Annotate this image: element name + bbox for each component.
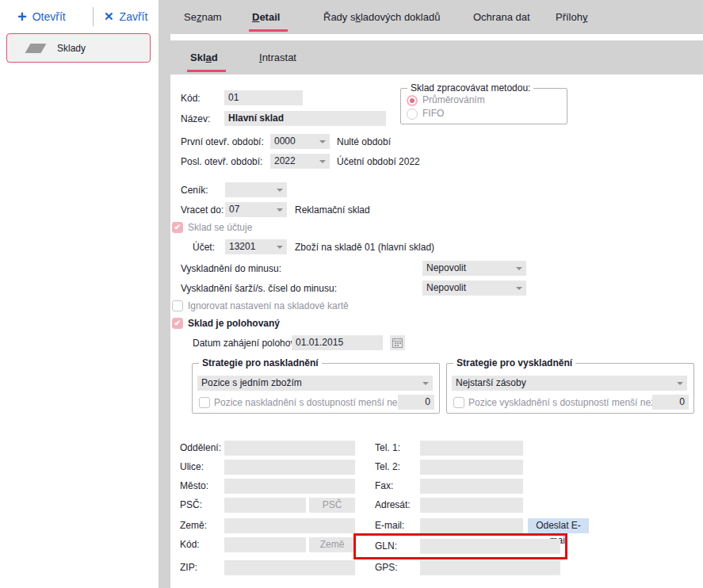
sub-tab-bar: Sklad Intrastat xyxy=(170,40,703,74)
tab-prilohy[interactable]: Přílohy xyxy=(556,0,587,34)
naskladneni-dostupnost-value: 0 xyxy=(398,395,434,410)
warehouse-icon xyxy=(25,44,47,53)
ucet-desc: Zboží na skladě 01 (hlavní sklad) xyxy=(295,240,434,255)
naskladneni-dostupnost-checkbox: ✔ xyxy=(199,397,210,408)
radio-fifo-label: FIFO xyxy=(422,106,444,121)
zeme-field[interactable] xyxy=(224,518,355,533)
tab-intrastat[interactable]: Intrastat xyxy=(259,40,296,74)
tab-ochrana-dat[interactable]: Ochrana dat xyxy=(473,0,530,34)
calendar-icon xyxy=(392,338,403,348)
adresat-label: Adresát: xyxy=(375,498,411,513)
tab-rady-skladovych-dokladu[interactable]: Řady skladových dokladů xyxy=(323,0,440,34)
tab-sklad[interactable]: Sklad xyxy=(190,40,218,74)
close-button[interactable]: ✕ Zavřít xyxy=(104,7,147,26)
prvni-obdobi-dropdown[interactable]: 0000 xyxy=(270,134,330,149)
chevron-down-icon xyxy=(277,189,283,192)
vyskladneni-strategy-title: Strategie pro vyskladnění xyxy=(453,357,575,368)
kod2-label: Kód: xyxy=(180,537,200,552)
vyskladneni-dostupnost-value: 0 xyxy=(652,395,689,410)
naskladneni-dostupnost-label: Pozice naskladnění s dostupností menší n… xyxy=(214,395,402,410)
posl-obdobi-dropdown[interactable]: 2022 xyxy=(270,154,330,169)
vyskladneni-sarzi-dropdown: Nepovolit xyxy=(422,281,526,296)
sklad-se-uctuje-checkbox: ✔ xyxy=(172,222,183,233)
chevron-down-icon xyxy=(319,160,326,163)
plus-icon: + xyxy=(17,9,27,25)
ulice-field[interactable] xyxy=(224,460,355,475)
radio-fifo xyxy=(407,109,418,120)
naskladneni-strategy-title: Strategie pro naskladnění xyxy=(199,357,322,368)
check-icon: ✔ xyxy=(173,319,182,328)
tel1-label: Tel. 1: xyxy=(375,441,400,456)
vracet-do-label: Vracet do: xyxy=(181,203,224,218)
prvni-obdobi-label: První otevř. období: xyxy=(181,135,264,150)
psc-field[interactable] xyxy=(224,498,306,513)
vyskladneni-minus-dropdown: Nepovolit xyxy=(422,261,526,276)
chevron-down-icon xyxy=(277,246,283,249)
vyskladneni-strategy-dropdown: Nejstarší zásoby xyxy=(452,376,687,391)
tab-seznam[interactable]: Seznam xyxy=(184,0,222,34)
tel1-field[interactable] xyxy=(420,441,523,456)
vyskladneni-minus-label: Vyskladnění do minusu: xyxy=(181,262,281,277)
sklad-se-uctuje-label: Sklad se účtuje xyxy=(188,220,252,235)
posl-obdobi-label: Posl. otevř. období: xyxy=(181,155,262,170)
calendar-button[interactable] xyxy=(390,335,405,350)
oddeleni-label: Oddělení: xyxy=(180,441,221,456)
mesto-field[interactable] xyxy=(224,479,355,494)
send-email-button[interactable]: Odeslat E-mail xyxy=(528,518,589,533)
posl-obdobi-desc: Účetní období 2022 xyxy=(337,155,420,170)
ucet-dropdown[interactable]: 13201 xyxy=(225,239,287,254)
tab-detail[interactable]: Detail xyxy=(252,0,280,34)
gps-field[interactable] xyxy=(420,560,560,575)
polohovany-label: Sklad je polohovaný xyxy=(188,316,280,331)
oddeleni-field[interactable] xyxy=(224,441,355,456)
vyskladneni-dostupnost-label: Pozice vyskladnění s dostupností menší n… xyxy=(468,395,655,410)
zeme-button: Země xyxy=(309,537,355,552)
open-button[interactable]: + Otevřít xyxy=(17,7,66,26)
naskladneni-strategy-dropdown: Pozice s jedním zbožím xyxy=(197,376,433,391)
processing-method-title: Sklad zpracovávat metodou: xyxy=(407,82,533,94)
check-icon: ✔ xyxy=(173,223,182,232)
polohovany-checkbox[interactable]: ✔ xyxy=(172,318,183,329)
chevron-down-icon xyxy=(422,382,429,385)
psc-button: PSČ xyxy=(309,498,355,513)
tel2-field[interactable] xyxy=(420,460,523,475)
radio-prumerovanim xyxy=(407,95,418,106)
mesto-label: Město: xyxy=(180,479,208,494)
fax-field[interactable] xyxy=(420,479,523,494)
vyskladneni-dostupnost-checkbox: ✔ xyxy=(453,397,464,408)
sidebar-item-sklady[interactable]: Sklady xyxy=(6,33,151,63)
adresat-field[interactable] xyxy=(420,498,523,513)
cenik-label: Ceník: xyxy=(181,183,208,198)
sidebar-item-label: Sklady xyxy=(57,43,86,54)
vracet-do-dropdown[interactable]: 07 xyxy=(225,202,287,217)
gln-highlight-annotation xyxy=(353,533,567,559)
vracet-do-desc: Reklamační sklad xyxy=(295,203,370,218)
kod-field[interactable]: 01 xyxy=(224,90,303,105)
chevron-down-icon xyxy=(277,208,283,212)
cenik-dropdown[interactable] xyxy=(225,182,287,197)
email-field[interactable] xyxy=(420,518,523,533)
close-button-label: Zavřít xyxy=(120,10,148,23)
psc-label: PSČ: xyxy=(180,498,202,513)
close-icon: ✕ xyxy=(104,10,114,24)
nazev-field[interactable]: Hlavní sklad xyxy=(224,111,386,126)
fax-label: Fax: xyxy=(375,479,393,494)
chevron-down-icon xyxy=(319,140,326,143)
datum-field[interactable]: 01.01.2015 xyxy=(292,335,383,350)
prvni-obdobi-desc: Nulté období xyxy=(337,135,391,150)
nazev-label: Název: xyxy=(181,112,210,127)
warehouse-detail-window: + Otevřít ✕ Zavřít Sklady Seznam Detail … xyxy=(0,0,703,588)
tel2-label: Tel. 2: xyxy=(375,460,400,475)
toolbar-separator xyxy=(93,7,94,26)
ignorovat-label: Ignorovat nastavení na skladové kartě xyxy=(188,299,349,314)
kod2-field[interactable] xyxy=(224,537,306,552)
main-tab-bar: Seznam Detail Řady skladových dokladů Oc… xyxy=(170,0,703,34)
gps-label: GPS: xyxy=(375,560,398,575)
email-label: E-mail: xyxy=(375,518,404,533)
ulice-label: Ulice: xyxy=(180,460,204,475)
ucet-label: Účet: xyxy=(193,240,215,255)
vyskladneni-sarzi-label: Vyskladnění šarží/s. čísel do minusu: xyxy=(181,281,337,296)
zip-field[interactable] xyxy=(224,560,355,575)
ignorovat-checkbox: ✔ xyxy=(172,300,183,311)
zeme-label: Země: xyxy=(180,518,207,533)
